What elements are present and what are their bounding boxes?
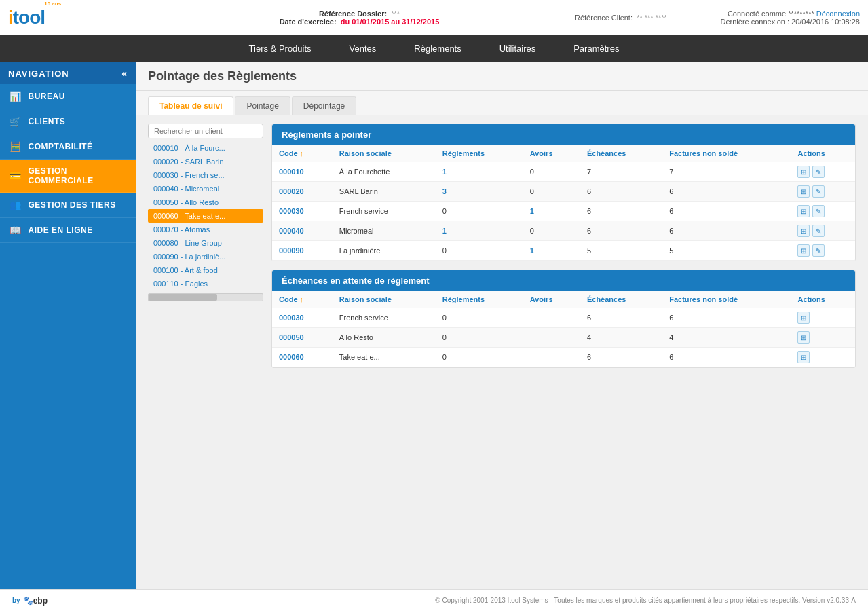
- sidebar: NAVIGATION « 📊 BUREAU 🛒 CLIENTS 🧮 COMPTA…: [0, 62, 136, 589]
- client-item[interactable]: 000080 - Line Group: [148, 236, 263, 250]
- sidebar-item-label: GESTION COMMERCIALE: [29, 166, 127, 185]
- client-item[interactable]: 000010 - À la Fourc...: [148, 141, 263, 155]
- client-item[interactable]: 000030 - French se...: [148, 168, 263, 182]
- cell-code: 000050: [272, 328, 333, 348]
- edit-icon[interactable]: ✎: [812, 166, 825, 178]
- sidebar-item-aide[interactable]: 📖 AIDE EN LIGNE: [0, 218, 136, 243]
- cell-code: 000060: [272, 348, 333, 367]
- content-area: 000010 - À la Fourc... 000020 - SARL Bar…: [136, 115, 868, 589]
- footer: by 🐾ebp © Copyright 2001-2013 Itool Syst…: [0, 589, 868, 611]
- table-row: 000030 French service 0 1 6 6 ⊞ ✎: [272, 202, 855, 221]
- nav-ventes[interactable]: Ventes: [331, 35, 396, 62]
- client-list-scrollbar[interactable]: [148, 293, 263, 301]
- scrollbar-thumb: [149, 294, 217, 301]
- tabs-bar: Tableau de suivi Pointage Dépointage: [136, 91, 868, 115]
- footer-logo: by 🐾ebp: [12, 596, 48, 606]
- col-avoirs: Avoirs: [523, 291, 580, 308]
- calc-icon[interactable]: ⊞: [797, 185, 810, 198]
- client-item[interactable]: 000090 - La jardiniè...: [148, 250, 263, 263]
- cell-code: 000010: [272, 162, 333, 182]
- sidebar-collapse-button[interactable]: «: [121, 68, 128, 79]
- cell-reglements: 0: [436, 241, 523, 261]
- client-item[interactable]: 000070 - Atomas: [148, 223, 263, 236]
- table-row: 000020 SARL Barin 3 0 6 6 ⊞ ✎: [272, 182, 855, 202]
- logo-text: itool: [8, 7, 45, 28]
- client-item-selected[interactable]: 000060 - Take eat e...: [148, 209, 263, 223]
- nav-utilitaires[interactable]: Utilitaires: [480, 35, 554, 62]
- client-item[interactable]: 000100 - Art & food: [148, 263, 263, 277]
- aide-icon: 📖: [10, 225, 22, 236]
- client-item[interactable]: 000050 - Allo Resto: [148, 196, 263, 209]
- edit-icon[interactable]: ✎: [812, 244, 825, 257]
- tab-depointage[interactable]: Dépointage: [292, 96, 356, 115]
- sidebar-item-label: CLIENTS: [29, 117, 66, 126]
- cell-echeances: 5: [580, 241, 662, 261]
- page-header: Pointage des Règlements: [136, 62, 868, 91]
- sidebar-item-gestion-tiers[interactable]: 👥 GESTION DES TIERS: [0, 193, 136, 218]
- section1-table: Code ↑ Raison sociale Règlements Avoirs …: [272, 145, 855, 261]
- cell-actions: ⊞ ✎: [791, 202, 855, 221]
- cell-factures: 6: [662, 182, 791, 202]
- date-exercice-label: Date d'exercice:: [280, 18, 337, 26]
- sidebar-item-label: BUREAU: [29, 92, 65, 101]
- calc-icon[interactable]: ⊞: [797, 331, 810, 344]
- client-item[interactable]: 000040 - Micromeal: [148, 182, 263, 196]
- cell-echeances: 7: [580, 162, 662, 182]
- sidebar-item-gestion-commerciale[interactable]: 💳 GESTION COMMERCIALE: [0, 160, 136, 193]
- ref-dossier-label: Référence Dossier:: [319, 10, 387, 18]
- nav-parametres[interactable]: Paramètres: [554, 35, 638, 62]
- cell-factures: 6: [662, 202, 791, 221]
- tab-tableau-suivi[interactable]: Tableau de suivi: [148, 96, 233, 115]
- last-login: Dernière connexion : 20/04/2016 10:08:28: [697, 18, 860, 26]
- sidebar-item-label: AIDE EN LIGNE: [29, 225, 93, 235]
- cell-actions: ⊞ ✎: [791, 182, 855, 202]
- calc-icon[interactable]: ⊞: [797, 166, 810, 178]
- cell-factures: 4: [662, 328, 791, 348]
- calc-icon[interactable]: ⊞: [797, 225, 810, 237]
- section2-header: Échéances en attente de règlement: [272, 270, 855, 291]
- edit-icon[interactable]: ✎: [812, 225, 825, 237]
- deconnexion-link[interactable]: Déconnexion: [816, 10, 860, 18]
- cell-reglements: 3: [436, 182, 523, 202]
- tiers-icon: 👥: [10, 200, 22, 210]
- cell-reglements: 0: [436, 328, 523, 348]
- calc-icon[interactable]: ⊞: [797, 244, 810, 257]
- cell-reglements: 0: [436, 308, 523, 328]
- sidebar-item-bureau[interactable]: 📊 BUREAU: [0, 84, 136, 109]
- calc-icon[interactable]: ⊞: [797, 205, 810, 217]
- col-raison: Raison sociale: [333, 145, 436, 162]
- sidebar-item-comptabilite[interactable]: 🧮 COMPTABILITÉ: [0, 134, 136, 160]
- cell-avoirs: [523, 308, 580, 328]
- top-nav: Tiers & Produits Ventes Règlements Utili…: [0, 35, 868, 62]
- cell-avoirs: 0: [523, 162, 580, 182]
- cell-actions: ⊞ ✎: [791, 221, 855, 241]
- echeances-attente-section: Échéances en attente de règlement Code ↑…: [271, 270, 856, 368]
- cell-avoirs: 0: [523, 221, 580, 241]
- nav-tiers-produits[interactable]: Tiers & Produits: [230, 35, 331, 62]
- date-exercice-value: du 01/01/2015 au 31/12/2015: [341, 18, 440, 26]
- table-row: 000050 Allo Resto 0 4 4 ⊞: [272, 328, 855, 348]
- col-actions: Actions: [791, 145, 855, 162]
- client-item[interactable]: 000020 - SARL Barin: [148, 155, 263, 168]
- cell-raison: À la Fourchette: [333, 162, 436, 182]
- tab-pointage[interactable]: Pointage: [235, 96, 290, 115]
- calc-icon[interactable]: ⊞: [797, 351, 810, 363]
- edit-icon[interactable]: ✎: [812, 185, 825, 198]
- cell-raison: French service: [333, 202, 436, 221]
- client-search-input[interactable]: [148, 124, 263, 138]
- reglements-pointer-section: Règlements à pointer Code ↑ Raison socia…: [271, 124, 856, 261]
- nav-reglements[interactable]: Règlements: [395, 35, 480, 62]
- bureau-icon: 📊: [10, 91, 22, 102]
- sidebar-item-clients[interactable]: 🛒 CLIENTS: [0, 109, 136, 134]
- edit-icon[interactable]: ✎: [812, 205, 825, 217]
- table-row: 000040 Micromeal 1 0 6 6 ⊞ ✎: [272, 221, 855, 241]
- client-list: 000010 - À la Fourc... 000020 - SARL Bar…: [148, 124, 263, 581]
- sidebar-item-label: GESTION DES TIERS: [29, 200, 116, 210]
- section2-table: Code ↑ Raison sociale Règlements Avoirs …: [272, 291, 855, 367]
- sidebar-title: NAVIGATION: [8, 69, 69, 79]
- calc-icon[interactable]: ⊞: [797, 312, 810, 324]
- cell-actions: ⊞: [791, 328, 855, 348]
- client-item[interactable]: 000110 - Eagles: [148, 277, 263, 291]
- cell-actions: ⊞ ✎: [791, 241, 855, 261]
- comptabilite-icon: 🧮: [10, 141, 22, 152]
